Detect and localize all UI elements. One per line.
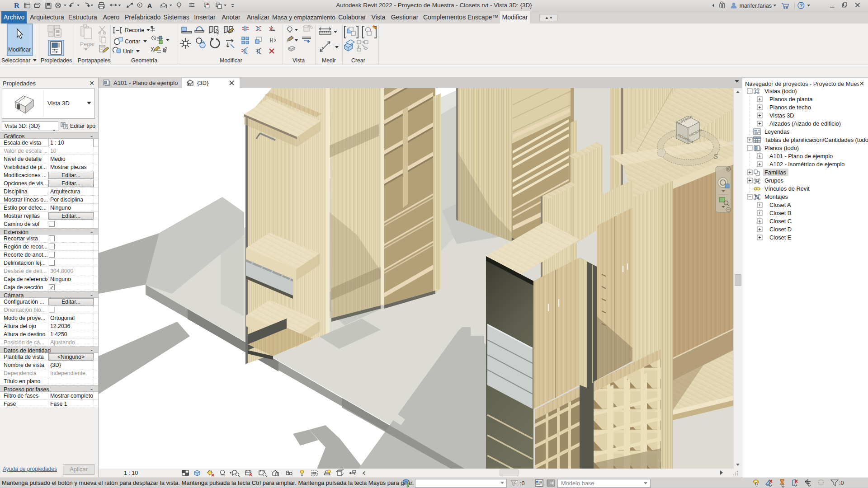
svg-text:Modificar: Modificar bbox=[220, 57, 242, 64]
svg-text:Closet D: Closet D bbox=[769, 226, 792, 233]
svg-text:Familias: Familias bbox=[764, 169, 786, 176]
svg-text:Recorte: Recorte bbox=[125, 27, 144, 33]
svg-text:Closet A: Closet A bbox=[769, 202, 791, 208]
svg-text:Vistas 3D: Vistas 3D bbox=[769, 112, 794, 119]
svg-text:Vistas (todo): Vistas (todo) bbox=[764, 88, 797, 94]
svg-text:Alzados (Alzado de edificio): Alzados (Alzado de edificio) bbox=[769, 120, 841, 127]
svg-text:Propiedades: Propiedades bbox=[41, 57, 72, 64]
svg-text:Planos de planta: Planos de planta bbox=[769, 96, 813, 103]
svg-text:Modificar: Modificar bbox=[8, 47, 31, 53]
svg-text:Closet B: Closet B bbox=[769, 210, 791, 216]
svg-text:marifer.farias: marifer.farias bbox=[740, 3, 772, 9]
svg-text:Tablas de planificación/Cantid: Tablas de planificación/Cantidades (todo… bbox=[764, 136, 868, 143]
svg-text:A: A bbox=[147, 2, 152, 9]
svg-text:S: S bbox=[713, 152, 718, 160]
svg-text:Planos (todo): Planos (todo) bbox=[764, 145, 799, 151]
svg-text::0: :0 bbox=[520, 480, 524, 487]
svg-text:Seleccionar: Seleccionar bbox=[1, 57, 30, 64]
svg-text:Montajes: Montajes bbox=[764, 193, 788, 200]
svg-text:Cortar: Cortar bbox=[125, 38, 140, 45]
svg-text:R: R bbox=[14, 1, 20, 10]
svg-text:Medir: Medir bbox=[322, 57, 336, 64]
svg-text:Closet E: Closet E bbox=[769, 234, 791, 241]
svg-text::0: :0 bbox=[839, 480, 844, 486]
svg-text:1: 1 bbox=[138, 3, 140, 7]
svg-text:Vista: Vista bbox=[292, 57, 305, 64]
svg-text:Grupos: Grupos bbox=[764, 177, 783, 184]
svg-text:Planos de techo: Planos de techo bbox=[769, 104, 811, 111]
svg-text:?: ? bbox=[800, 3, 803, 8]
svg-text:A102 - Isométrico de ejemplo: A102 - Isométrico de ejemplo bbox=[769, 161, 844, 168]
svg-text:Crear: Crear bbox=[351, 57, 365, 64]
svg-text:Leyendas: Leyendas bbox=[764, 128, 790, 135]
svg-text:Geometría: Geometría bbox=[131, 57, 157, 64]
svg-text:A101 - Plano de ejemplo: A101 - Plano de ejemplo bbox=[769, 153, 833, 160]
svg-text:Unir: Unir bbox=[123, 48, 133, 55]
svg-text:Portapapeles: Portapapeles bbox=[78, 57, 110, 64]
svg-text:Closet C: Closet C bbox=[769, 218, 792, 225]
svg-text:Vínculos de Revit: Vínculos de Revit bbox=[764, 185, 810, 192]
svg-text:Pegar: Pegar bbox=[80, 41, 95, 47]
